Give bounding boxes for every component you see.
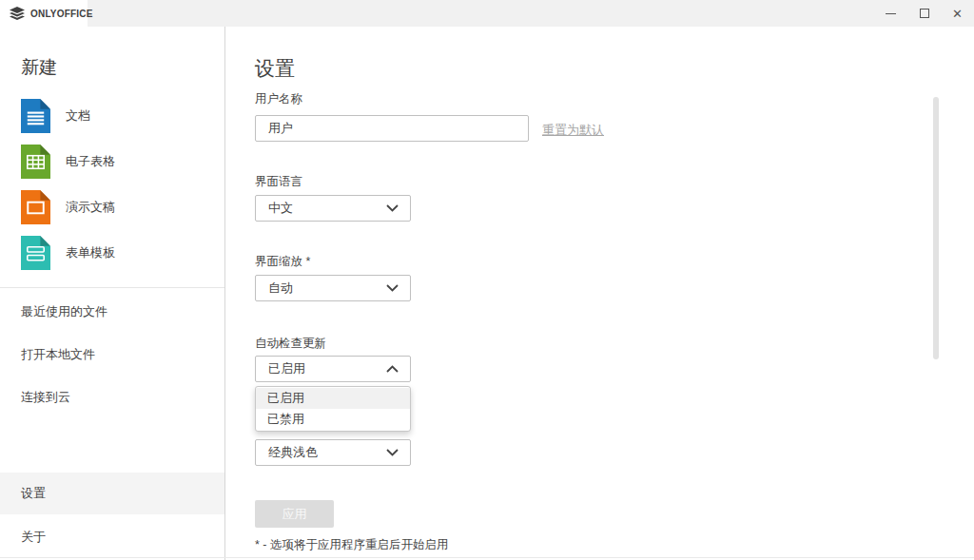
minimize-icon	[886, 13, 896, 14]
new-item-label: 表单模板	[66, 244, 115, 261]
auto-update-dropdown-list: 已启用 已禁用	[255, 386, 411, 432]
username-input[interactable]	[255, 115, 529, 142]
sidebar: 新建 文档	[0, 27, 225, 560]
sidebar-divider	[0, 287, 224, 288]
scaling-select[interactable]: 自动	[255, 275, 411, 301]
reset-to-default-link[interactable]: 重置为默认	[542, 122, 604, 139]
new-item-label: 演示文稿	[66, 199, 115, 216]
auto-update-label: 自动检查更新	[255, 336, 326, 352]
auto-update-select-value: 已启用	[268, 360, 305, 377]
form-template-icon	[21, 236, 50, 270]
presentation-icon	[21, 190, 50, 224]
close-icon: ✕	[952, 8, 963, 20]
chevron-down-icon	[386, 284, 399, 292]
window-bottom-border	[0, 557, 974, 558]
maximize-button[interactable]	[907, 0, 941, 27]
spreadsheet-icon	[21, 145, 50, 179]
titlebar: ONLYOFFICE ✕	[0, 0, 974, 27]
new-spreadsheet-button[interactable]: 电子表格	[21, 139, 215, 184]
language-select[interactable]: 中文	[255, 195, 411, 222]
apply-button[interactable]: 应用	[255, 500, 334, 528]
sidebar-bottom-menu: 设置 关于	[0, 473, 224, 560]
dropdown-option-enabled[interactable]: 已启用	[256, 388, 410, 409]
new-section-title: 新建	[21, 55, 57, 80]
sidebar-item-connect-to-cloud[interactable]: 连接到云	[0, 376, 224, 418]
chevron-down-icon	[386, 204, 399, 212]
theme-select[interactable]: 经典浅色	[255, 439, 411, 466]
auto-update-select[interactable]: 已启用	[255, 356, 411, 382]
close-button[interactable]: ✕	[941, 0, 974, 27]
new-presentation-button[interactable]: 演示文稿	[21, 184, 215, 230]
maximize-icon	[920, 9, 929, 18]
document-icon	[21, 99, 50, 133]
window-controls: ✕	[874, 0, 974, 27]
sidebar-item-settings[interactable]: 设置	[0, 473, 224, 514]
theme-select-value: 经典浅色	[268, 444, 318, 461]
language-label: 界面语言	[255, 174, 302, 190]
onlyoffice-window: ONLYOFFICE ✕ 新建	[0, 0, 974, 560]
new-item-label: 电子表格	[66, 153, 115, 170]
scaling-select-value: 自动	[268, 280, 293, 297]
vertical-scrollbar[interactable]	[933, 97, 939, 359]
new-document-button[interactable]: 文档	[21, 93, 215, 139]
app-title: ONLYOFFICE	[30, 9, 93, 19]
new-item-label: 文档	[66, 107, 90, 125]
dropdown-option-disabled[interactable]: 已禁用	[256, 409, 410, 430]
page-title: 设置	[255, 55, 295, 82]
onlyoffice-logo-icon	[10, 7, 25, 21]
main-tab[interactable]: ONLYOFFICE	[0, 0, 88, 27]
username-label: 用户名称	[255, 91, 302, 107]
sidebar-menu: 最近使用的文件 打开本地文件 连接到云	[0, 290, 224, 418]
scaling-label: 界面缩放 *	[255, 254, 310, 270]
settings-panel: 设置 用户名称 重置为默认 界面语言 中文 界面缩放 * 自动 自动检查更新 已…	[225, 27, 974, 560]
chevron-down-icon	[386, 449, 399, 456]
sidebar-item-open-local-file[interactable]: 打开本地文件	[0, 333, 224, 376]
new-form-template-button[interactable]: 表单模板	[21, 230, 215, 276]
sidebar-item-about[interactable]: 关于	[0, 516, 224, 558]
language-select-value: 中文	[268, 200, 293, 217]
minimize-button[interactable]	[874, 0, 907, 27]
restart-footnote: * - 选项将于应用程序重启后开始启用	[255, 537, 448, 553]
sidebar-item-recent-files[interactable]: 最近使用的文件	[0, 290, 224, 333]
chevron-up-icon	[386, 365, 399, 373]
new-file-list: 文档 电子表格	[21, 93, 215, 276]
